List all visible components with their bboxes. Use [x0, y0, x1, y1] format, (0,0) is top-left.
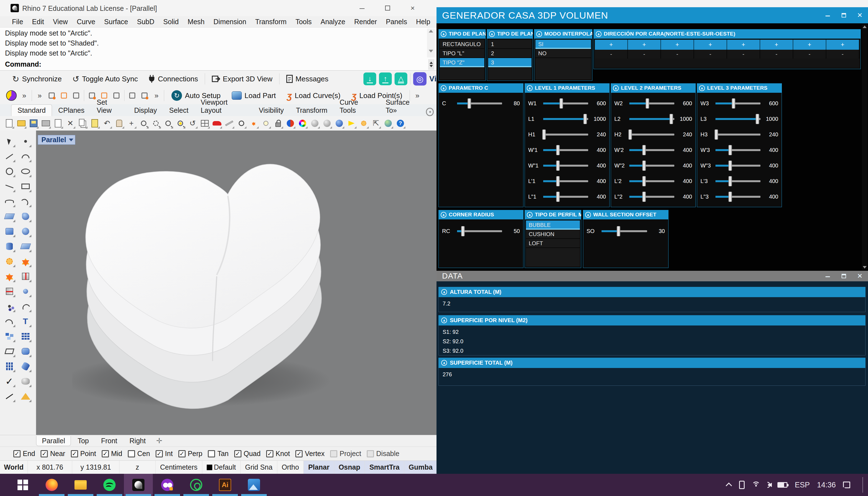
dir-minus-cell[interactable]: -	[628, 50, 661, 59]
slider-h1[interactable]: H1240	[525, 127, 609, 142]
dir-plus-cell[interactable]: +	[661, 40, 694, 50]
section-tipo-perfil-muro[interactable]: ∧TIPO DE PERFIL MURO	[524, 210, 581, 219]
collapse-icon[interactable]: ∧	[613, 85, 619, 91]
section-superficie-total[interactable]: ∧SUPERFICIE TOTAL (M)	[439, 358, 866, 368]
slider-track[interactable]	[543, 118, 588, 120]
slider-track[interactable]	[457, 230, 502, 232]
plugin-logo-icon[interactable]	[6, 90, 17, 101]
menu-subd[interactable]: SubD	[133, 18, 158, 26]
vi-app-button[interactable]: ◎	[413, 72, 426, 86]
checkbox[interactable]: ✓	[266, 450, 273, 458]
scroll-down-icon[interactable]	[863, 266, 867, 268]
blend-tool-icon[interactable]	[19, 285, 32, 298]
toggle-ortho[interactable]: Ortho	[277, 461, 304, 474]
list-item-loft[interactable]: LOFT	[526, 239, 580, 248]
link-tool-icon[interactable]	[59, 91, 68, 100]
menu-tools[interactable]: Tools	[292, 18, 315, 26]
checkbox[interactable]: ✓	[178, 450, 186, 458]
list-item-3-selected[interactable]: 3	[488, 58, 532, 67]
slider-l-dprime-2[interactable]: L"2400	[611, 189, 696, 204]
curve-blend-icon[interactable]	[19, 300, 32, 313]
surface-trim-icon[interactable]	[19, 360, 32, 373]
command-prompt[interactable]: Command:	[5, 60, 41, 68]
slider-track[interactable]	[543, 196, 588, 198]
osnap-int[interactable]: ✓Int	[156, 450, 173, 458]
zoom-window-icon[interactable]	[163, 118, 173, 129]
usb-icon[interactable]	[739, 481, 745, 489]
battery-icon[interactable]	[777, 482, 788, 488]
slider-l-dprime-1[interactable]: L"1400	[525, 189, 609, 204]
toggle-planar[interactable]: Planar	[304, 461, 334, 474]
section-direccion[interactable]: ∧DIRECCIÓN POR CARA(NORTE-ESTE-SUR-OESTE…	[593, 29, 861, 38]
language-indicator[interactable]: ESP	[795, 481, 810, 489]
section-modo-interpolada[interactable]: ∧MODO INTERPOLADA	[534, 29, 592, 38]
maximize-icon[interactable]	[840, 11, 848, 19]
checkbox[interactable]: ✓	[13, 450, 20, 458]
clock[interactable]: 14:36	[817, 481, 836, 489]
tab-display[interactable]: Display	[128, 105, 163, 116]
collapse-icon[interactable]: ∧	[585, 212, 591, 218]
section-level-1[interactable]: ∧LEVEL 1 PARAMETERS	[524, 83, 610, 93]
cplane-world[interactable]: World	[0, 461, 28, 474]
array-vertical-icon[interactable]	[3, 360, 16, 373]
toggle-auto-sync-button[interactable]: ↺Toggle Auto Sync	[68, 73, 142, 85]
camera-sync-icon[interactable]	[72, 91, 80, 100]
section-altura-total[interactable]: ∧ALTURA TOTAL (M)	[439, 287, 866, 297]
checkbox[interactable]	[367, 450, 374, 458]
render-shell-icon[interactable]	[285, 118, 295, 129]
slider-l-dprime-3[interactable]: L"3400	[697, 189, 781, 204]
osnap-vertex[interactable]: ✓Vertex	[295, 450, 324, 458]
osnap-mid[interactable]: ✓Mid	[102, 450, 122, 458]
minimize-icon[interactable]	[824, 11, 832, 19]
dir-plus-cell[interactable]: +	[727, 40, 760, 50]
car-icon[interactable]	[212, 118, 222, 129]
osnap-project[interactable]: Project	[330, 450, 361, 458]
toggle-osnap[interactable]: Osnap	[334, 461, 365, 474]
tab-standard[interactable]: Standard	[11, 105, 52, 116]
list-item-cushion[interactable]: CUSHION	[526, 230, 580, 239]
maximize-icon[interactable]	[840, 272, 848, 280]
zoom-dynamic-icon[interactable]	[151, 118, 161, 129]
menu-help[interactable]: Help	[412, 18, 434, 26]
text-tool-icon[interactable]: T	[19, 315, 32, 328]
list-item-tipo-z-selected[interactable]: TIPO "Z"	[440, 58, 484, 67]
open-file-icon[interactable]	[16, 118, 27, 129]
slider-track[interactable]	[715, 118, 760, 120]
gear-icon[interactable]	[426, 108, 434, 116]
slider-so[interactable]: SO 30	[583, 223, 668, 239]
osnap-perp[interactable]: ✓Perp	[178, 450, 202, 458]
dir-minus-cell[interactable]: -	[760, 50, 793, 59]
rotate-view-icon[interactable]: +	[126, 118, 137, 129]
list-item-tipo-l[interactable]: TIPO "L"	[440, 49, 484, 58]
dir-plus-cell[interactable]: +	[628, 40, 661, 50]
new-file-icon[interactable]	[4, 118, 14, 129]
surface-corner-icon[interactable]	[19, 210, 32, 223]
vptab-right[interactable]: Right	[124, 436, 151, 446]
polygon-tool-icon[interactable]	[3, 180, 16, 193]
list-item-1[interactable]: 1	[488, 40, 532, 49]
scroll-up-icon[interactable]	[863, 26, 867, 28]
section-parametro-c[interactable]: ∧PARAMETRO C	[439, 83, 523, 93]
section-tipo-de-planta-1[interactable]: ∧TIPO DE PLANTA	[439, 29, 486, 38]
command-scrollbar[interactable]	[427, 29, 435, 58]
slider-handle[interactable]	[729, 160, 732, 171]
section-superficie-nivel[interactable]: ∧SUPERFICIE POR NIVEL (M2)	[439, 315, 866, 325]
box-tool-icon[interactable]	[3, 225, 16, 238]
zoom-icon[interactable]	[138, 118, 149, 129]
menu-solid[interactable]: Solid	[160, 18, 183, 26]
checkbox[interactable]: ✓	[156, 450, 163, 458]
group-tool-icon[interactable]	[3, 300, 16, 313]
viewport-title-dropdown[interactable]: Parallel	[38, 135, 75, 145]
boolean-spheres-icon[interactable]	[19, 225, 32, 238]
collapse-icon[interactable]: ∧	[489, 31, 495, 37]
slider-w-prime-1[interactable]: W'1400	[525, 142, 609, 158]
generador-titlebar[interactable]: GENERADOR CASA 3DP VOLUMEN ✕	[437, 7, 868, 23]
slider-handle[interactable]	[645, 98, 649, 109]
panel-scrollbar[interactable]	[862, 25, 867, 270]
array-tool-icon[interactable]	[19, 330, 32, 343]
slider-handle[interactable]	[729, 192, 732, 202]
show-desktop-button[interactable]	[863, 477, 863, 493]
slider-handle[interactable]	[583, 114, 587, 124]
slider-handle[interactable]	[467, 98, 471, 109]
slider-track[interactable]	[543, 180, 588, 182]
